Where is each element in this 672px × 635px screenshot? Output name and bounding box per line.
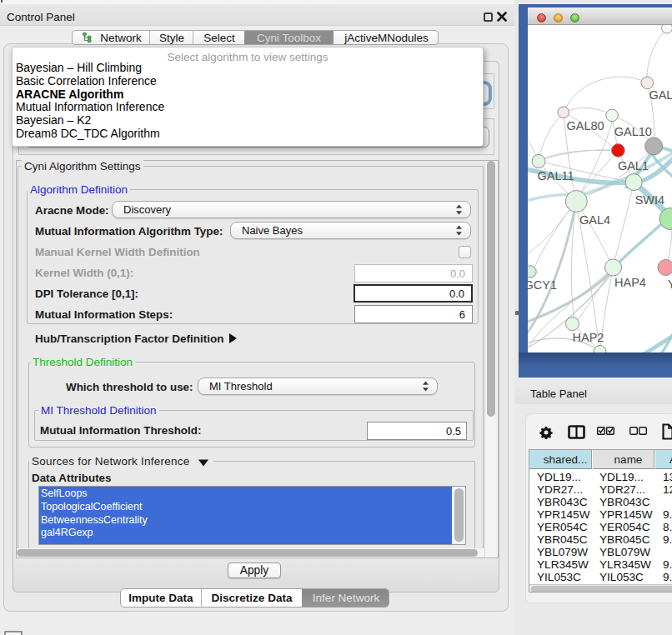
svg-text:Y: Y (668, 278, 672, 291)
svg-text:GAL7: GAL7 (649, 88, 672, 102)
svg-text:HAP4: HAP4 (614, 276, 646, 289)
svg-text:GAL1: GAL1 (618, 159, 649, 172)
svg-text:SWI4: SWI4 (635, 193, 664, 207)
svg-text:HAP2: HAP2 (573, 331, 604, 344)
svg-text:GAL10: GAL10 (614, 125, 652, 138)
svg-text:GAL4: GAL4 (579, 213, 610, 227)
svg-text:GAL80: GAL80 (567, 119, 604, 132)
svg-text:GAL11: GAL11 (538, 169, 574, 182)
svg-text:GCY1: GCY1 (528, 278, 557, 292)
